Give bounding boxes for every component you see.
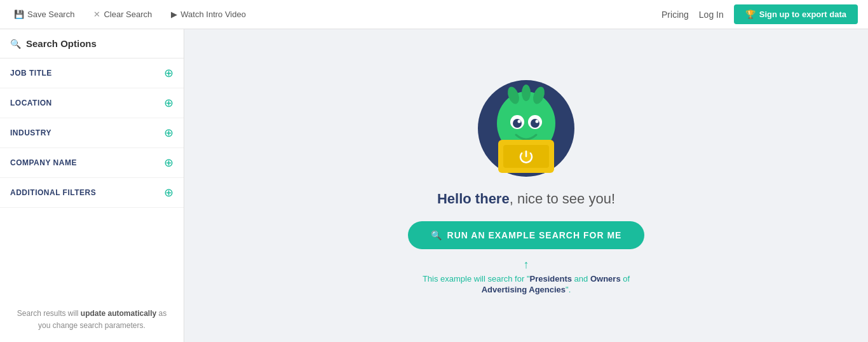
- main-content: Hello there, nice to see you! 🔍 RUN AN E…: [184, 29, 868, 342]
- add-icon: ⊕: [164, 127, 173, 139]
- svg-point-8: [531, 119, 539, 128]
- arrow-up-icon: ↑: [523, 258, 529, 271]
- close-icon: ✕: [93, 10, 100, 19]
- svg-point-10: [535, 120, 538, 123]
- filter-location[interactable]: LOCATION ⊕: [0, 88, 184, 118]
- example-hint: ↑ This example will search for "Presiden…: [423, 258, 630, 294]
- nav-left: 💾 Save Search ✕ Clear Search ▶ Watch Int…: [10, 7, 250, 22]
- login-link[interactable]: Log In: [699, 10, 724, 20]
- play-icon: ▶: [171, 10, 177, 19]
- add-icon: ⊕: [164, 187, 173, 198]
- welcome-text: Hello there, nice to see you!: [437, 191, 615, 207]
- welcome-box: Hello there, nice to see you! 🔍 RUN AN E…: [408, 78, 645, 294]
- save-icon: 💾: [14, 10, 24, 19]
- svg-point-9: [517, 120, 520, 123]
- save-search-button[interactable]: 💾 Save Search: [10, 7, 78, 22]
- run-example-button[interactable]: 🔍 RUN AN EXAMPLE SEARCH FOR ME: [408, 221, 645, 249]
- signup-button[interactable]: 🏆 Sign up to export data: [734, 4, 858, 24]
- mascot-illustration: [475, 78, 577, 179]
- add-icon: ⊕: [164, 67, 173, 79]
- sidebar: 🔍 Search Options JOB TITLE ⊕ LOCATION ⊕ …: [0, 29, 184, 342]
- clear-search-button[interactable]: ✕ Clear Search: [90, 7, 156, 22]
- add-icon: ⊕: [164, 157, 173, 168]
- filter-job-title[interactable]: JOB TITLE ⊕: [0, 58, 184, 88]
- nav-right: Pricing Log In 🏆 Sign up to export data: [661, 4, 858, 24]
- svg-point-3: [522, 85, 531, 101]
- top-nav: 💾 Save Search ✕ Clear Search ▶ Watch Int…: [0, 0, 868, 29]
- search-icon: 🔍: [10, 39, 21, 49]
- sidebar-note: Search results will update automatically…: [0, 298, 184, 342]
- filter-additional[interactable]: ADDITIONAL FILTERS ⊕: [0, 178, 184, 208]
- add-icon: ⊕: [164, 97, 173, 109]
- svg-point-7: [513, 119, 522, 128]
- sidebar-header: 🔍 Search Options: [0, 29, 184, 58]
- filter-industry[interactable]: INDUSTRY ⊕: [0, 118, 184, 148]
- watch-intro-button[interactable]: ▶ Watch Intro Video: [167, 7, 250, 22]
- search-icon-btn: 🔍: [431, 230, 442, 240]
- pricing-link[interactable]: Pricing: [661, 10, 689, 20]
- trophy-icon: 🏆: [745, 10, 756, 19]
- main-layout: 🔍 Search Options JOB TITLE ⊕ LOCATION ⊕ …: [0, 29, 868, 342]
- filter-company-name[interactable]: COMPANY NAME ⊕: [0, 148, 184, 178]
